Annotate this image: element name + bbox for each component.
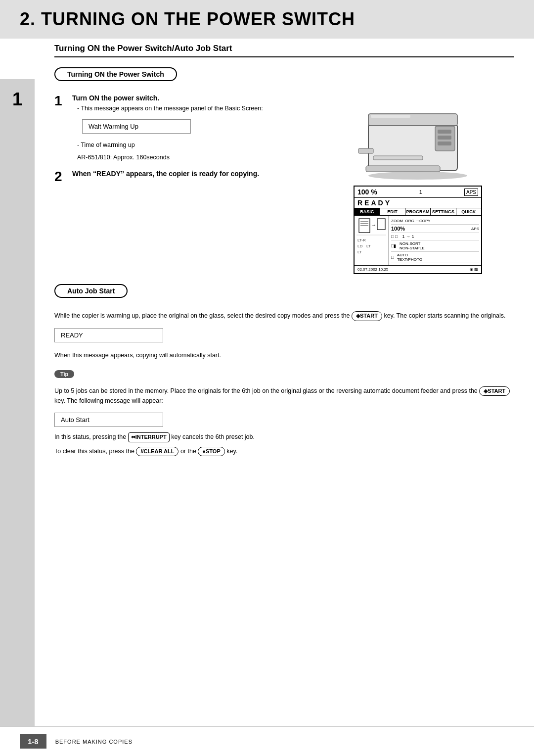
auto-job-message: READY — [61, 331, 83, 339]
step1-desc3: AR-651/810: Approx. 160seconds — [77, 153, 312, 162]
tip-body3b: or the — [180, 448, 196, 455]
stop-key: ●STOP — [198, 447, 224, 457]
tip-message: Auto Start — [61, 416, 89, 424]
section2-header: Auto Job Start — [54, 284, 128, 298]
panel-zoom-row: ZOOM ORG →COPY — [391, 218, 479, 225]
step1-desc1: - This message appears on the message pa… — [77, 104, 312, 113]
tip-message-box: Auto Start — [54, 413, 163, 427]
svg-rect-9 — [373, 156, 423, 160]
svg-text:→: → — [371, 222, 376, 228]
svg-rect-4 — [438, 130, 451, 134]
section2-header-wrap: Auto Job Start — [54, 284, 514, 305]
step1-row: 1 Turn ON the power switch. - This messa… — [54, 94, 312, 165]
step1-content: Turn ON the power switch. - This message… — [72, 94, 312, 165]
panel-zoom-value-row: 100% APS — [391, 225, 479, 233]
panel-non-sort: NON-SORTNON-STAPLE — [400, 241, 425, 250]
tip-badge-wrap: Tip — [54, 365, 514, 381]
panel-bottom: 02.07.2002 10:25 ◉ ▩ — [355, 265, 481, 273]
svg-text:LT: LT — [366, 244, 371, 248]
control-panel: 100 % 1 APS READY BASIC EDIT PROGRAM SET… — [354, 186, 482, 274]
left-sidebar: 1 — [0, 79, 35, 726]
main-content: Turning ON the Power Switch/Auto Job Sta… — [35, 39, 534, 480]
big-title: 2. TURNING ON THE POWER SWITCH — [20, 9, 355, 29]
panel-ready-text: READY — [357, 199, 392, 207]
panel-mode-row: □ AUTOTEXT/PHOTO — [391, 252, 479, 263]
step1-message: Wait Warming Up — [89, 123, 138, 130]
panel-body-left: → LT-R LD LT LT — [355, 216, 389, 265]
svg-text:LT: LT — [357, 250, 362, 254]
panel-aps-label: APS — [471, 227, 479, 231]
panel-top-bar: 100 % 1 APS — [355, 187, 481, 198]
svg-rect-10 — [371, 115, 410, 118]
subtitle-text: Turning ON the Power Switch/Auto Job Sta… — [54, 44, 232, 53]
copier-illustration — [354, 94, 482, 181]
tip-body2-text: In this status, pressing the — [54, 433, 126, 440]
tip-badge: Tip — [54, 370, 74, 378]
step1-message-box: Wait Warming Up — [82, 119, 191, 134]
interrupt-key: ⇔INTERRUPT — [128, 432, 170, 442]
step2-title: When “READY” appears, the copier is read… — [72, 170, 312, 178]
subtitle-bar: Turning ON the Power Switch/Auto Job Sta… — [54, 39, 514, 57]
panel-zoom-value: 100% — [391, 226, 405, 232]
auto-job-message-box: READY — [54, 328, 163, 342]
tip-body1b: key. The following message will appear: — [54, 397, 163, 404]
panel-arrow: 1 → 1 — [402, 234, 414, 239]
svg-text:LT-R: LT-R — [357, 238, 366, 242]
panel-aps: APS — [464, 189, 478, 196]
panel-body: → LT-R LD LT LT — [355, 216, 481, 265]
tip-body1-text: Up to 5 jobs can be stored in the memory… — [54, 387, 478, 394]
panel-mode-icons: □ — [391, 255, 395, 260]
start-key: ◈START — [352, 311, 382, 321]
auto-job-body1-text: While the copier is warming up, place th… — [54, 312, 350, 319]
panel-datetime: 02.07.2002 10:25 — [357, 267, 388, 272]
step2-row: 2 When “READY” appears, the copier is re… — [54, 170, 312, 184]
clear-all-key: //CLEAR ALL — [136, 447, 178, 457]
tip-body2b: key cancels the 6th preset job. — [171, 433, 255, 440]
panel-body-right: ZOOM ORG →COPY 100% APS □ □ 1 → 1 — [389, 216, 481, 265]
auto-job-section: Auto Job Start While the copier is warmi… — [54, 284, 514, 456]
step2-content: When “READY” appears, the copier is read… — [72, 170, 312, 180]
svg-rect-8 — [366, 166, 440, 172]
panel-tabs: BASIC EDIT PROGRAM SETTINGS QUICK — [355, 208, 481, 216]
big-title-bar: 2. TURNING ON THE POWER SWITCH — [0, 0, 534, 39]
panel-percent: 100 % — [357, 188, 377, 196]
panel-pages: 1 — [419, 189, 422, 195]
panel-tab-settings: SETTINGS — [431, 208, 456, 215]
step1-desc2: - Time of warming up — [77, 141, 312, 150]
panel-sort-row: □▮ NON-SORTNON-STAPLE — [391, 240, 479, 252]
paper-icons-svg: → LT-R LD LT LT — [356, 218, 386, 260]
panel-ready-row: READY — [355, 198, 481, 208]
panel-tab-basic: BASIC — [355, 208, 380, 215]
tip-start-key: ◈START — [479, 386, 510, 396]
page-footer: 1-8 BEFORE MAKING COPIES — [0, 726, 534, 756]
auto-job-body1b: key. The copier starts scanning the orig… — [384, 312, 505, 319]
sidebar-number: 1 — [12, 89, 22, 110]
col-left: 1 Turn ON the power switch. - This messa… — [54, 94, 312, 274]
svg-point-0 — [368, 172, 467, 180]
svg-text:LD: LD — [357, 244, 362, 248]
auto-job-body1: While the copier is warming up, place th… — [54, 311, 514, 321]
tip-body3: To clear this status, press the //CLEAR … — [54, 446, 514, 457]
footer-page-badge: 1-8 — [20, 734, 46, 749]
section1-header-wrap: Turning ON the Power Switch — [54, 67, 514, 88]
panel-bottom-icons: ◉ ▩ — [470, 267, 478, 272]
auto-job-body2: When this message appears, copying will … — [54, 350, 514, 360]
panel-sort-icons: □▮ — [391, 243, 398, 248]
copier-svg — [354, 94, 482, 181]
svg-rect-7 — [358, 148, 373, 153]
panel-zoom-label: ZOOM ORG →COPY — [391, 219, 479, 223]
tip-body3-text: To clear this status, press the — [54, 448, 134, 455]
page-wrapper: 2. TURNING ON THE POWER SWITCH 1 Turning… — [0, 0, 534, 756]
step1-number: 1 — [54, 94, 68, 108]
panel-tab-edit: EDIT — [380, 208, 405, 215]
panel-tab-quick: QUICK — [456, 208, 481, 215]
tip-body1: Up to 5 jobs can be stored in the memory… — [54, 386, 514, 406]
panel-copy-icons: □ □ — [391, 234, 400, 239]
two-col-layout: 1 Turn ON the power switch. - This messa… — [54, 94, 514, 274]
svg-rect-16 — [377, 219, 385, 230]
step1-title: Turn ON the power switch. — [72, 94, 312, 102]
panel-text-photo: AUTOTEXT/PHOTO — [397, 253, 422, 262]
col-right: 100 % 1 APS READY BASIC EDIT PROGRAM SET… — [321, 94, 514, 274]
step2-number: 2 — [54, 170, 68, 184]
svg-rect-5 — [438, 136, 451, 140]
